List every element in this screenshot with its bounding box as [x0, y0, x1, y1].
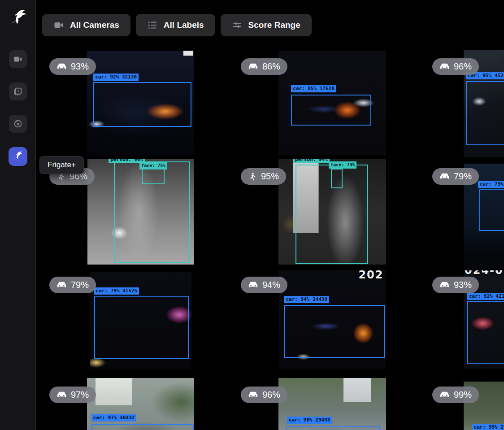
car-icon	[439, 280, 450, 290]
detection-card[interactable]: 202car: 94% 3443094%	[236, 268, 428, 378]
detection-label: person: 94%	[293, 159, 330, 163]
score-badge: 94%	[241, 277, 287, 293]
detection-bounding-box	[94, 296, 189, 359]
detection-card[interactable]: car: 95% 4526096%	[428, 43, 504, 157]
sidebar-item-live[interactable]	[9, 50, 27, 68]
car-icon	[439, 171, 450, 182]
detection-card[interactable]: car: 99% 2599%	[428, 378, 504, 430]
face-label: face: 73%	[329, 161, 356, 169]
detection-card[interactable]: 024-05 0car: 92% 421893%	[428, 268, 504, 378]
video-camera-icon	[13, 54, 23, 64]
person-icon	[248, 172, 257, 181]
car-icon	[56, 390, 67, 400]
face-label: face: 75%	[139, 162, 167, 169]
score-badge: 95%	[241, 168, 286, 185]
grid-row: person: 96%face: 75%96%person: 94%face: …	[45, 157, 504, 268]
grid-row: car: 79% 4152579%202car: 94% 3443094%024…	[45, 268, 504, 378]
score-value: 86%	[262, 61, 280, 72]
sidebar-item-review[interactable]	[9, 83, 27, 100]
detection-thumbnail[interactable]: car: 85% 17628	[278, 51, 386, 155]
frigate-bird-icon	[12, 151, 24, 162]
detection-label: car: 92% 32130	[93, 74, 139, 81]
sidebar-item-explore[interactable]	[9, 115, 27, 133]
detection-label: car: 79% 41525	[94, 287, 139, 295]
sidebar	[0, 0, 36, 430]
face-bounding-box	[331, 169, 343, 188]
detection-card[interactable]: car: 79%79%	[428, 157, 504, 268]
detection-card[interactable]: car: 79% 4152579%	[45, 268, 236, 378]
detection-thumbnail[interactable]: person: 94%face: 73%	[278, 159, 386, 265]
frigate-app: Frigate+ All Cameras All Labels Score Ra…	[0, 0, 504, 430]
filter-toolbar: All Cameras All Labels Score Range	[36, 0, 504, 36]
detection-card[interactable]: person: 94%face: 73%95%	[236, 157, 428, 268]
grid-row: car: 97% 4043297%car: 96% 2949396%car: 9…	[45, 378, 504, 430]
score-value: 95%	[261, 171, 279, 182]
detection-bounding-box	[479, 189, 504, 230]
score-value: 93%	[454, 280, 472, 290]
detection-thumbnail[interactable]: car: 96% 29493	[278, 378, 386, 430]
detection-thumbnail[interactable]: car: 79% 41525	[90, 272, 191, 369]
score-value: 94%	[262, 280, 280, 290]
car-icon	[56, 280, 67, 290]
all-labels-filter-button[interactable]: All Labels	[136, 14, 215, 36]
score-badge: 97%	[49, 387, 96, 403]
detection-bounding-box	[93, 82, 191, 127]
all-cameras-label: All Cameras	[70, 20, 119, 30]
detection-card[interactable]: car: 85% 1762886%	[236, 43, 428, 157]
detection-bounding-box	[91, 424, 194, 430]
car-icon	[439, 61, 450, 72]
car-icon	[248, 61, 258, 72]
score-value: 96%	[262, 390, 280, 400]
detection-label: car: 85% 17628	[291, 85, 336, 92]
score-badge: 99%	[432, 387, 479, 403]
car-icon	[439, 390, 450, 400]
detection-bounding-box	[286, 426, 380, 430]
detection-label: car: 97% 40432	[91, 414, 137, 421]
score-badge: 93%	[49, 58, 96, 75]
score-badge: 86%	[241, 58, 287, 75]
detection-label: car: 79%	[478, 181, 504, 188]
score-value: 96%	[454, 61, 472, 72]
timestamp-overlay: 202	[358, 270, 383, 281]
score-badge: 93%	[432, 277, 479, 293]
timestamp-overlay: 024-05 0	[465, 270, 504, 277]
detection-label: car: 96% 29493	[287, 417, 332, 424]
frigate-plus-tooltip: Frigate+	[39, 156, 84, 174]
grid-row: car: 92% 3213093%car: 85% 1762886%car: 9…	[45, 43, 504, 157]
detection-thumbnail[interactable]: 202car: 94% 34430	[279, 270, 386, 369]
detection-thumbnail[interactable]: person: 96%face: 75%	[87, 159, 194, 265]
score-value: 97%	[71, 390, 89, 400]
score-value: 79%	[71, 280, 89, 290]
sidebar-nav	[9, 50, 27, 166]
detection-bounding-box	[284, 305, 385, 358]
score-value: 99%	[454, 390, 472, 400]
list-icon	[147, 20, 158, 30]
score-badge: 79%	[49, 277, 96, 293]
detection-thumbnail[interactable]: car: 92% 32130	[87, 51, 194, 156]
score-badge: 96%	[432, 58, 479, 75]
detection-label: car: 94% 34430	[284, 296, 329, 303]
detection-label: car: 99% 25	[472, 424, 504, 430]
main-content: All Cameras All Labels Score Range car: …	[36, 0, 504, 430]
all-labels-label: All Labels	[164, 20, 204, 30]
all-cameras-filter-button[interactable]: All Cameras	[42, 14, 130, 36]
score-value: 79%	[454, 171, 472, 182]
detection-card[interactable]: person: 96%face: 75%96%	[45, 157, 236, 268]
detection-bounding-box	[291, 95, 371, 126]
detection-thumbnail[interactable]: car: 97% 40432	[87, 378, 194, 430]
car-icon	[56, 61, 67, 72]
detection-card[interactable]: car: 92% 3213093%	[45, 43, 236, 157]
score-value: 93%	[71, 61, 89, 72]
score-range-filter-button[interactable]: Score Range	[221, 14, 312, 36]
frigate-logo	[7, 8, 29, 30]
detection-card[interactable]: car: 96% 2949396%	[236, 378, 428, 430]
detection-bounding-box	[467, 301, 504, 364]
car-icon	[248, 280, 258, 290]
sliders-icon	[232, 20, 243, 30]
score-badge: 79%	[432, 168, 479, 185]
detection-card[interactable]: car: 97% 4043297%	[45, 378, 236, 430]
disc-icon	[13, 119, 23, 129]
sidebar-item-frigate-plus[interactable]	[9, 147, 27, 166]
review-icon	[13, 87, 23, 96]
detection-label: car: 92% 4218	[467, 293, 504, 300]
